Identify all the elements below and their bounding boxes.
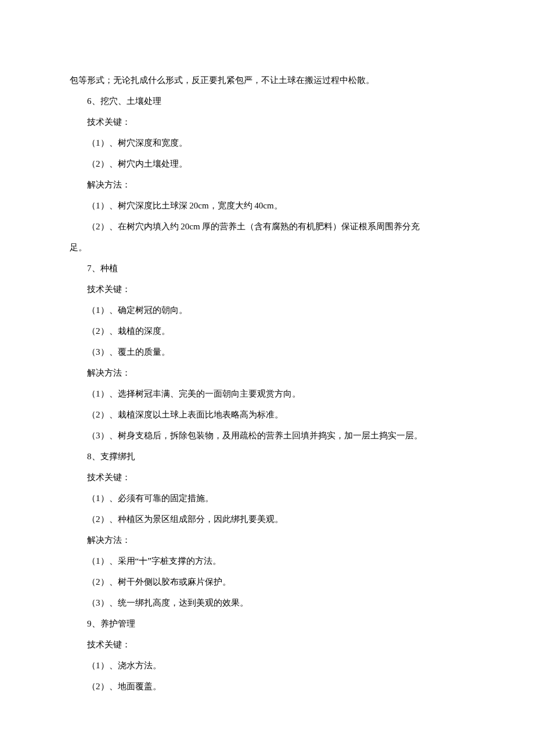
list-item: （2）、在树穴内填入约 20cm 厚的营养土（含有腐熟的有机肥料）保证根系周围养… <box>70 216 464 237</box>
text-line: 技术关键： <box>70 279 464 300</box>
section-heading: 6、挖穴、土壤处理 <box>70 91 464 111</box>
text-line: 解决方法： <box>70 362 464 383</box>
list-item: （1）、浇水方法。 <box>70 655 464 676</box>
list-item: （2）、树穴内土壤处理。 <box>70 153 464 174</box>
list-item: （1）、树穴深度比土球深 20cm，宽度大约 40cm。 <box>70 195 464 216</box>
list-item: （2）、栽植深度以土球上表面比地表略高为标准。 <box>70 404 464 425</box>
list-item: （3）、覆土的质量。 <box>70 341 464 362</box>
list-item: （1）、采用“十”字桩支撑的方法。 <box>70 550 464 571</box>
text-line: 解决方法： <box>70 530 464 550</box>
list-item: （2）、树干外侧以胶布或麻片保护。 <box>70 571 464 592</box>
text-line: 足。 <box>70 237 464 258</box>
section-heading: 9、养护管理 <box>70 613 464 634</box>
text-line: 技术关键： <box>70 111 464 132</box>
list-item: （2）、种植区为景区组成部分，因此绑扎要美观。 <box>70 509 464 530</box>
section-heading: 7、种植 <box>70 258 464 279</box>
text-line: 技术关键： <box>70 467 464 488</box>
text-line: 技术关键： <box>70 634 464 655</box>
section-heading: 8、支撑绑扎 <box>70 446 464 467</box>
list-item: （2）、地面覆盖。 <box>70 676 464 697</box>
list-item: （2）、栽植的深度。 <box>70 321 464 341</box>
text-line: 解决方法： <box>70 174 464 195</box>
list-item: （1）、选择树冠丰满、完美的一面朝向主要观赏方向。 <box>70 383 464 404</box>
text-line: 包等形式；无论扎成什么形式，反正要扎紧包严，不让土球在搬运过程中松散。 <box>70 70 464 91</box>
document-body: 包等形式；无论扎成什么形式，反正要扎紧包严，不让土球在搬运过程中松散。 6、挖穴… <box>70 70 464 697</box>
list-item: （3）、树身支稳后，拆除包装物，及用疏松的营养土回填并捣实，加一层土捣实一层。 <box>70 425 464 446</box>
list-item: （1）、必须有可靠的固定措施。 <box>70 488 464 509</box>
list-item: （1）、树穴深度和宽度。 <box>70 132 464 153</box>
list-item: （1）、确定树冠的朝向。 <box>70 300 464 321</box>
list-item: （3）、统一绑扎高度，达到美观的效果。 <box>70 592 464 613</box>
